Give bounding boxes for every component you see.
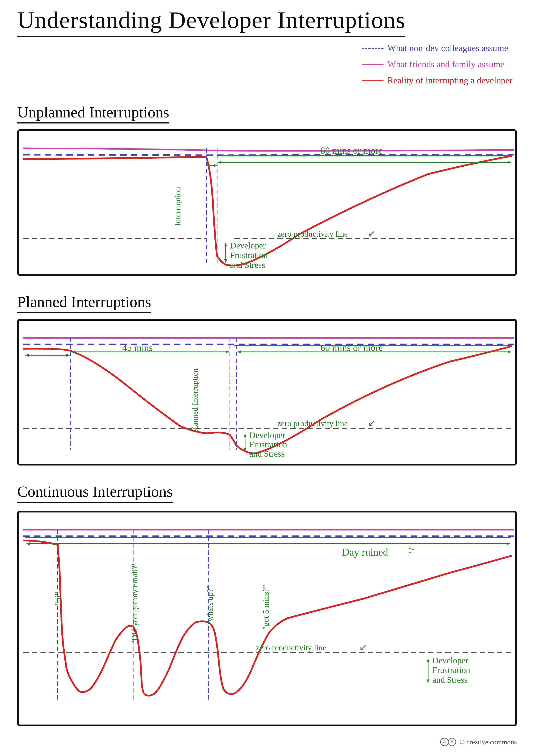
legend: What non-dev colleagues assume What frie… bbox=[362, 41, 513, 90]
chart-unplanned: Interruption 60 mins or more zero produc… bbox=[17, 129, 517, 276]
svg-marker-6 bbox=[218, 161, 221, 164]
svg-text:60 mins or more: 60 mins or more bbox=[320, 342, 383, 353]
section-title-unplanned: Unplanned Interruptions bbox=[17, 103, 169, 123]
svg-text:"got 5 mins?": "got 5 mins?" bbox=[261, 585, 270, 630]
svg-marker-7 bbox=[508, 161, 511, 164]
legend-item-blue: What non-dev colleagues assume bbox=[362, 41, 513, 55]
legend-line-pink bbox=[362, 64, 384, 65]
svg-text:Interruption: Interruption bbox=[173, 187, 182, 226]
svg-text:↙: ↙ bbox=[368, 228, 376, 239]
legend-label-pink: What friends and family assume bbox=[387, 57, 504, 71]
svg-text:Developer: Developer bbox=[249, 430, 285, 440]
svg-text:and Stress: and Stress bbox=[249, 449, 285, 459]
svg-marker-29 bbox=[238, 350, 241, 353]
chart-planned-svg: 45 mins 60 mins or more Planned Interrup… bbox=[19, 321, 517, 466]
svg-marker-46 bbox=[507, 542, 510, 545]
svg-marker-27 bbox=[66, 354, 69, 357]
legend-label-blue: What non-dev colleagues assume bbox=[387, 41, 508, 55]
svg-marker-36 bbox=[243, 434, 246, 437]
page: Understanding Developer Interruptions Wh… bbox=[0, 0, 534, 756]
chart-continuous-svg: "hi" "Did you get my email?" "whats up?"… bbox=[19, 512, 517, 726]
legend-line-blue bbox=[362, 48, 384, 49]
svg-text:©: © bbox=[443, 740, 446, 744]
svg-text:"hi": "hi" bbox=[53, 592, 63, 606]
chart-planned: 45 mins 60 mins or more Planned Interrup… bbox=[17, 319, 517, 466]
copyright-text: © creative commons bbox=[460, 738, 517, 746]
svg-text:↙: ↙ bbox=[368, 418, 376, 428]
svg-marker-9 bbox=[224, 243, 227, 246]
svg-text:Frustration: Frustration bbox=[230, 251, 268, 260]
copyright-area: © $ © creative commons bbox=[440, 737, 517, 747]
svg-marker-10 bbox=[224, 259, 227, 262]
legend-line-red bbox=[362, 80, 384, 81]
section-title-continuous: Continuous Interruptions bbox=[17, 483, 173, 503]
svg-marker-23 bbox=[226, 350, 229, 353]
section-title-planned: Planned Interruptions bbox=[17, 293, 151, 313]
svg-marker-57 bbox=[426, 680, 430, 683]
svg-marker-26 bbox=[25, 354, 29, 357]
svg-text:$: $ bbox=[451, 740, 453, 744]
svg-text:zero productivity line: zero productivity line bbox=[256, 643, 326, 652]
chart-continuous: "hi" "Did you get my email?" "whats up?"… bbox=[17, 511, 517, 726]
svg-text:Frustration: Frustration bbox=[249, 440, 287, 449]
svg-text:60 mins or more: 60 mins or more bbox=[320, 145, 383, 156]
legend-item-pink: What friends and family assume bbox=[362, 57, 513, 71]
svg-text:45 mins: 45 mins bbox=[122, 342, 153, 353]
svg-text:and Stress: and Stress bbox=[230, 260, 265, 270]
svg-text:Frustration: Frustration bbox=[432, 665, 470, 675]
legend-label-red: Reality of interrupting a developer bbox=[387, 73, 513, 88]
svg-text:⚐: ⚐ bbox=[407, 546, 416, 558]
legend-item-red: Reality of interrupting a developer bbox=[362, 73, 513, 88]
svg-text:"Did you get my email?": "Did you get my email?" bbox=[130, 562, 139, 644]
svg-text:Developer: Developer bbox=[432, 656, 468, 665]
page-title: Understanding Developer Interruptions bbox=[17, 7, 405, 37]
svg-marker-30 bbox=[508, 350, 511, 353]
svg-text:↙: ↙ bbox=[359, 642, 367, 653]
svg-marker-56 bbox=[426, 659, 430, 662]
svg-marker-45 bbox=[26, 542, 30, 545]
svg-text:zero productivity line: zero productivity line bbox=[277, 419, 348, 428]
svg-marker-4 bbox=[214, 164, 217, 167]
svg-text:and Stress: and Stress bbox=[432, 675, 468, 685]
chart-unplanned-svg: Interruption 60 mins or more zero produc… bbox=[19, 131, 517, 276]
svg-text:Planned Interruption: Planned Interruption bbox=[191, 368, 199, 433]
svg-text:Day ruined: Day ruined bbox=[342, 546, 388, 558]
svg-text:"whats up?": "whats up?" bbox=[205, 585, 215, 625]
cc-icon: © $ bbox=[440, 737, 457, 747]
svg-text:zero productivity line: zero productivity line bbox=[277, 229, 348, 238]
svg-text:Developer: Developer bbox=[230, 241, 266, 251]
